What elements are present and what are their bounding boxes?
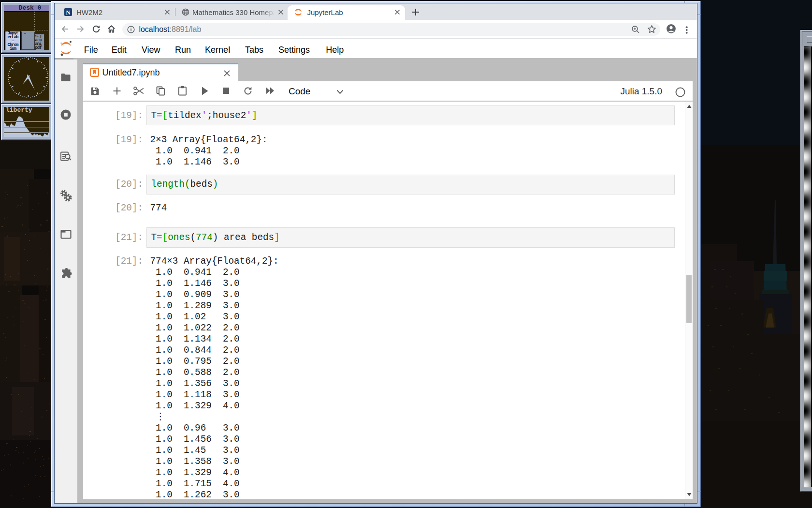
svg-text:N: N (66, 9, 71, 16)
